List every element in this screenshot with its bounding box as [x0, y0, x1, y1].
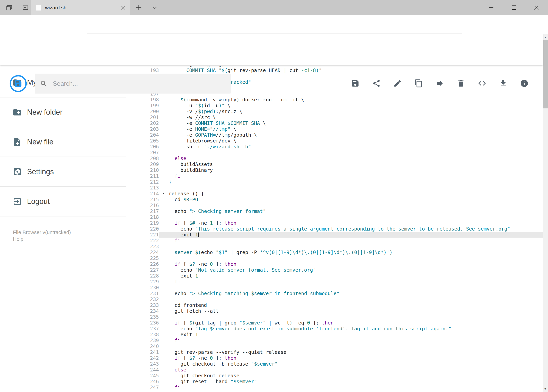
tab-list-chevron-button[interactable]: [147, 0, 162, 15]
sidebar-item-label: Settings: [27, 167, 54, 176]
scroll-down-arrow-icon[interactable]: ▼: [542, 386, 548, 392]
code-line-209: 209 buildAssets: [126, 161, 542, 167]
sidebar-item-logout[interactable]: Logout: [0, 187, 126, 217]
delete-button[interactable]: [452, 75, 470, 92]
line-number: 225: [126, 255, 159, 261]
code-line-213: 213: [126, 185, 542, 191]
code-line-242: 242 if [ $? -ne 0 ]; then: [126, 355, 542, 361]
help-link[interactable]: Help: [13, 236, 126, 242]
line-number: 209: [126, 161, 159, 167]
delete-icon: [457, 79, 465, 88]
logout-icon: [13, 197, 22, 206]
copy-button[interactable]: [410, 75, 427, 92]
line-number: 246: [126, 378, 159, 384]
tab-preview-button[interactable]: [1, 0, 16, 15]
search-input[interactable]: [52, 80, 231, 87]
line-number: 193: [126, 67, 159, 73]
filebrowser-logo[interactable]: [9, 74, 28, 93]
code-line-205: 205 filebrowser/dev \: [126, 138, 542, 144]
code-line-192: 192 if [ -d .git ]; then: [126, 66, 542, 67]
browser-navbar: filebrowser.web/files/wizard.sh: [0, 15, 548, 34]
line-number: 223: [126, 244, 159, 249]
tab-close-icon[interactable]: [121, 6, 125, 10]
line-number: 200: [126, 108, 159, 114]
code-line-225: 225: [126, 255, 542, 261]
fold-marker-icon[interactable]: ▾: [162, 191, 164, 196]
line-number: 236: [126, 320, 159, 326]
code-line-198: 198 $(command -v winpty) docker run --rm…: [126, 97, 542, 103]
line-number: 228: [126, 273, 159, 279]
code-line-210: 210 buildBinary: [126, 167, 542, 173]
line-number: 203: [126, 126, 159, 132]
line-number: 215: [126, 196, 159, 202]
code-line-193: 193 COMMIT_SHA="$(git rev-parse HEAD | c…: [126, 67, 542, 73]
line-number: 230: [126, 285, 159, 290]
line-number: 208: [126, 155, 159, 161]
scrollbar-thumb[interactable]: [542, 40, 548, 108]
set-tabs-aside-button[interactable]: [18, 0, 33, 15]
code-editor[interactable]: 192 if [ -d .git ]; then193 COMMIT_SHA="…: [126, 65, 542, 392]
code-line-227: 227 echo "Not valid semver format. See s…: [126, 267, 542, 273]
search-icon: [40, 80, 48, 87]
save-button[interactable]: [347, 75, 364, 92]
app-version: File Browser v(untracked): [13, 229, 126, 236]
code-line-220: 220 echo "This release script requires a…: [126, 226, 542, 232]
line-number: 241: [126, 349, 159, 355]
sidebar-item-settings[interactable]: Settings: [0, 157, 126, 187]
edit-button[interactable]: [389, 75, 406, 92]
line-number: 229: [126, 279, 159, 285]
line-number: 206: [126, 144, 159, 149]
line-number: 232: [126, 296, 159, 302]
sidebar-item-new-folder[interactable]: New folder: [0, 98, 126, 127]
line-number: 220: [126, 226, 159, 232]
line-number: 234: [126, 308, 159, 314]
text-cursor: [198, 232, 199, 237]
browser-tab[interactable]: wizard.sh: [31, 0, 130, 15]
code-line-222: 222 fi: [126, 238, 542, 244]
line-number: 245: [126, 373, 159, 378]
download-button[interactable]: [495, 75, 512, 92]
maximize-button[interactable]: [505, 0, 523, 15]
line-number: 242: [126, 355, 159, 361]
search-box[interactable]: [35, 74, 231, 94]
close-icon: [534, 5, 539, 10]
code-line-244: 244 else: [126, 367, 542, 373]
line-number: 205: [126, 138, 159, 144]
code-line-204: 204 -e GOPATH=//tmp/gopath \: [126, 132, 542, 138]
line-number: 238: [126, 331, 159, 337]
info-button[interactable]: [516, 75, 533, 92]
scrollbar[interactable]: ▲ ▼: [542, 34, 548, 392]
copy-icon: [414, 79, 423, 88]
code-line-219: 219 if [ $# -ne 1 ]; then: [126, 220, 542, 226]
share-button[interactable]: [368, 75, 385, 92]
move-button[interactable]: [431, 75, 448, 92]
code-line-228: 228 exit 1: [126, 273, 542, 279]
code-line-241: 241 git rev-parse --verify --quiet relea…: [126, 349, 542, 355]
line-number: 198: [126, 97, 159, 103]
line-number: 212: [126, 179, 159, 185]
code-line-206: 206 sh -c "./wizard.sh -b": [126, 144, 542, 149]
line-number: 219: [126, 220, 159, 226]
code-line-239: 239 fi: [126, 337, 542, 343]
minimize-button[interactable]: [482, 0, 500, 15]
line-number: 207: [126, 149, 159, 155]
code-button[interactable]: [473, 75, 491, 92]
code-line-224: 224 semver=$(echo "$1" | grep -P '^v(0|[…: [126, 249, 542, 255]
code-line-214: 214▾release () {: [126, 191, 542, 196]
line-number: 192: [126, 66, 159, 67]
code-line-233: 233 cd frontend: [126, 302, 542, 308]
code-line-202: 202 -e COMMIT_SHA=$COMMIT_SHA \: [126, 120, 542, 126]
line-number: 218: [126, 214, 159, 220]
line-number: 235: [126, 314, 159, 320]
code-line-223: 223: [126, 244, 542, 249]
code-line-200: 200 -v /$(pwd):/src:z \: [126, 108, 542, 114]
code-line-236: 236 if [ $(git tag | grep "$semver" | wc…: [126, 320, 542, 326]
sidebar-item-new-file[interactable]: New file: [0, 127, 126, 157]
line-number: 222: [126, 238, 159, 244]
minimize-icon: [489, 7, 493, 8]
line-number: 224: [126, 249, 159, 255]
scroll-up-arrow-icon[interactable]: ▲: [542, 35, 548, 40]
new-tab-button[interactable]: [131, 0, 146, 15]
line-number: 216: [126, 202, 159, 208]
close-window-button[interactable]: [527, 0, 545, 15]
